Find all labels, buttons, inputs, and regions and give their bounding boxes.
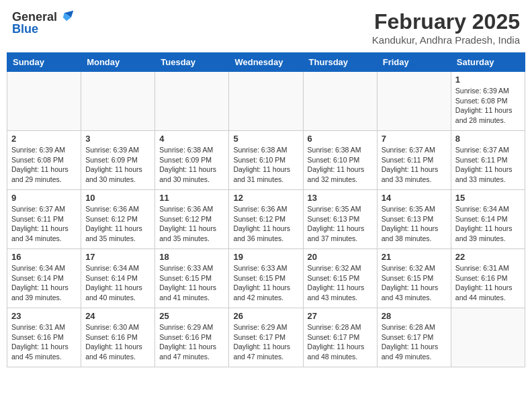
page-title: February 2025 — [372, 9, 520, 34]
calendar-cell: 15Sunrise: 6:34 AM Sunset: 6:14 PM Dayli… — [451, 190, 525, 249]
logo: General Blue — [12, 9, 75, 36]
day-number: 28 — [382, 311, 447, 321]
day-number: 26 — [233, 311, 298, 321]
day-number: 17 — [85, 252, 150, 262]
calendar-cell: 21Sunrise: 6:32 AM Sunset: 6:15 PM Dayli… — [377, 249, 451, 308]
calendar-cell — [7, 72, 81, 131]
calendar-cell: 11Sunrise: 6:36 AM Sunset: 6:12 PM Dayli… — [155, 190, 229, 249]
calendar-cell: 5Sunrise: 6:38 AM Sunset: 6:10 PM Daylig… — [229, 131, 303, 190]
day-info: Sunrise: 6:37 AM Sunset: 6:11 PM Dayligh… — [455, 145, 521, 185]
day-info: Sunrise: 6:39 AM Sunset: 6:08 PM Dayligh… — [455, 86, 521, 126]
day-info: Sunrise: 6:29 AM Sunset: 6:17 PM Dayligh… — [233, 322, 298, 362]
calendar-cell — [81, 72, 155, 131]
day-number: 19 — [233, 252, 298, 262]
day-info: Sunrise: 6:28 AM Sunset: 6:17 PM Dayligh… — [382, 322, 447, 362]
calendar-cell: 4Sunrise: 6:38 AM Sunset: 6:09 PM Daylig… — [155, 131, 229, 190]
page-header: General Blue February 2025 Kandukur, And… — [7, 7, 525, 48]
day-info: Sunrise: 6:36 AM Sunset: 6:12 PM Dayligh… — [159, 204, 224, 244]
day-info: Sunrise: 6:36 AM Sunset: 6:12 PM Dayligh… — [233, 204, 298, 244]
day-info: Sunrise: 6:38 AM Sunset: 6:10 PM Dayligh… — [308, 145, 373, 185]
calendar-cell: 28Sunrise: 6:28 AM Sunset: 6:17 PM Dayli… — [377, 308, 451, 367]
calendar-cell: 8Sunrise: 6:37 AM Sunset: 6:11 PM Daylig… — [451, 131, 525, 190]
day-number: 13 — [308, 193, 373, 203]
day-number: 5 — [233, 134, 298, 144]
calendar-cell: 12Sunrise: 6:36 AM Sunset: 6:12 PM Dayli… — [229, 190, 303, 249]
day-number: 27 — [308, 311, 373, 321]
calendar-cell — [451, 308, 525, 367]
day-number: 3 — [85, 134, 150, 144]
weekday-header-saturday: Saturday — [451, 53, 525, 72]
calendar-cell: 23Sunrise: 6:31 AM Sunset: 6:16 PM Dayli… — [7, 308, 81, 367]
day-info: Sunrise: 6:34 AM Sunset: 6:14 PM Dayligh… — [11, 263, 77, 303]
day-number: 1 — [455, 75, 521, 85]
calendar-cell: 13Sunrise: 6:35 AM Sunset: 6:13 PM Dayli… — [303, 190, 377, 249]
weekday-header-wednesday: Wednesday — [229, 53, 303, 72]
calendar-cell: 14Sunrise: 6:35 AM Sunset: 6:13 PM Dayli… — [377, 190, 451, 249]
day-info: Sunrise: 6:39 AM Sunset: 6:09 PM Dayligh… — [85, 145, 150, 185]
weekday-header-monday: Monday — [81, 53, 155, 72]
day-number: 25 — [159, 311, 224, 321]
day-number: 11 — [159, 193, 224, 203]
week-row-2: 2Sunrise: 6:39 AM Sunset: 6:08 PM Daylig… — [7, 131, 525, 190]
day-info: Sunrise: 6:37 AM Sunset: 6:11 PM Dayligh… — [11, 204, 77, 244]
day-info: Sunrise: 6:34 AM Sunset: 6:14 PM Dayligh… — [455, 204, 521, 244]
calendar-cell: 1Sunrise: 6:39 AM Sunset: 6:08 PM Daylig… — [451, 72, 525, 131]
calendar-cell — [155, 72, 229, 131]
calendar-cell: 6Sunrise: 6:38 AM Sunset: 6:10 PM Daylig… — [303, 131, 377, 190]
day-number: 12 — [233, 193, 298, 203]
title-block: February 2025 Kandukur, Andhra Pradesh, … — [372, 9, 520, 46]
day-number: 14 — [382, 193, 447, 203]
day-number: 20 — [308, 252, 373, 262]
week-row-5: 23Sunrise: 6:31 AM Sunset: 6:16 PM Dayli… — [7, 308, 525, 367]
day-number: 2 — [11, 134, 77, 144]
day-info: Sunrise: 6:38 AM Sunset: 6:10 PM Dayligh… — [233, 145, 298, 185]
day-info: Sunrise: 6:35 AM Sunset: 6:13 PM Dayligh… — [308, 204, 373, 244]
day-info: Sunrise: 6:31 AM Sunset: 6:16 PM Dayligh… — [11, 322, 77, 362]
day-number: 8 — [455, 134, 521, 144]
calendar-cell: 25Sunrise: 6:29 AM Sunset: 6:16 PM Dayli… — [155, 308, 229, 367]
day-info: Sunrise: 6:35 AM Sunset: 6:13 PM Dayligh… — [382, 204, 447, 244]
weekday-header-row: SundayMondayTuesdayWednesdayThursdayFrid… — [7, 53, 525, 72]
calendar-cell: 26Sunrise: 6:29 AM Sunset: 6:17 PM Dayli… — [229, 308, 303, 367]
day-info: Sunrise: 6:32 AM Sunset: 6:15 PM Dayligh… — [382, 263, 447, 303]
day-number: 15 — [455, 193, 521, 203]
page-subtitle: Kandukur, Andhra Pradesh, India — [372, 34, 520, 46]
calendar-table: SundayMondayTuesdayWednesdayThursdayFrid… — [7, 52, 525, 367]
day-info: Sunrise: 6:30 AM Sunset: 6:16 PM Dayligh… — [85, 322, 150, 362]
day-info: Sunrise: 6:34 AM Sunset: 6:14 PM Dayligh… — [85, 263, 150, 303]
calendar-cell: 16Sunrise: 6:34 AM Sunset: 6:14 PM Dayli… — [7, 249, 81, 308]
day-info: Sunrise: 6:33 AM Sunset: 6:15 PM Dayligh… — [159, 263, 224, 303]
day-number: 22 — [455, 252, 521, 262]
calendar-cell — [377, 72, 451, 131]
day-number: 18 — [159, 252, 224, 262]
weekday-header-sunday: Sunday — [7, 53, 81, 72]
day-info: Sunrise: 6:38 AM Sunset: 6:09 PM Dayligh… — [159, 145, 224, 185]
calendar-cell: 19Sunrise: 6:33 AM Sunset: 6:15 PM Dayli… — [229, 249, 303, 308]
weekday-header-thursday: Thursday — [303, 53, 377, 72]
day-number: 23 — [11, 311, 77, 321]
calendar-cell: 18Sunrise: 6:33 AM Sunset: 6:15 PM Dayli… — [155, 249, 229, 308]
week-row-4: 16Sunrise: 6:34 AM Sunset: 6:14 PM Dayli… — [7, 249, 525, 308]
day-info: Sunrise: 6:28 AM Sunset: 6:17 PM Dayligh… — [308, 322, 373, 362]
calendar-cell: 24Sunrise: 6:30 AM Sunset: 6:16 PM Dayli… — [81, 308, 155, 367]
calendar-cell: 27Sunrise: 6:28 AM Sunset: 6:17 PM Dayli… — [303, 308, 377, 367]
week-row-1: 1Sunrise: 6:39 AM Sunset: 6:08 PM Daylig… — [7, 72, 525, 131]
calendar-cell — [303, 72, 377, 131]
day-number: 10 — [85, 193, 150, 203]
calendar-cell: 10Sunrise: 6:36 AM Sunset: 6:12 PM Dayli… — [81, 190, 155, 249]
calendar-cell: 7Sunrise: 6:37 AM Sunset: 6:11 PM Daylig… — [377, 131, 451, 190]
day-number: 21 — [382, 252, 447, 262]
logo-bird-icon — [58, 9, 75, 26]
day-info: Sunrise: 6:39 AM Sunset: 6:08 PM Dayligh… — [11, 145, 77, 185]
calendar-cell: 9Sunrise: 6:37 AM Sunset: 6:11 PM Daylig… — [7, 190, 81, 249]
day-info: Sunrise: 6:36 AM Sunset: 6:12 PM Dayligh… — [85, 204, 150, 244]
calendar-cell: 17Sunrise: 6:34 AM Sunset: 6:14 PM Dayli… — [81, 249, 155, 308]
calendar-cell: 2Sunrise: 6:39 AM Sunset: 6:08 PM Daylig… — [7, 131, 81, 190]
day-number: 4 — [159, 134, 224, 144]
day-number: 24 — [85, 311, 150, 321]
calendar-cell: 22Sunrise: 6:31 AM Sunset: 6:16 PM Dayli… — [451, 249, 525, 308]
day-number: 9 — [11, 193, 77, 203]
day-info: Sunrise: 6:37 AM Sunset: 6:11 PM Dayligh… — [382, 145, 447, 185]
calendar-cell: 3Sunrise: 6:39 AM Sunset: 6:09 PM Daylig… — [81, 131, 155, 190]
weekday-header-friday: Friday — [377, 53, 451, 72]
